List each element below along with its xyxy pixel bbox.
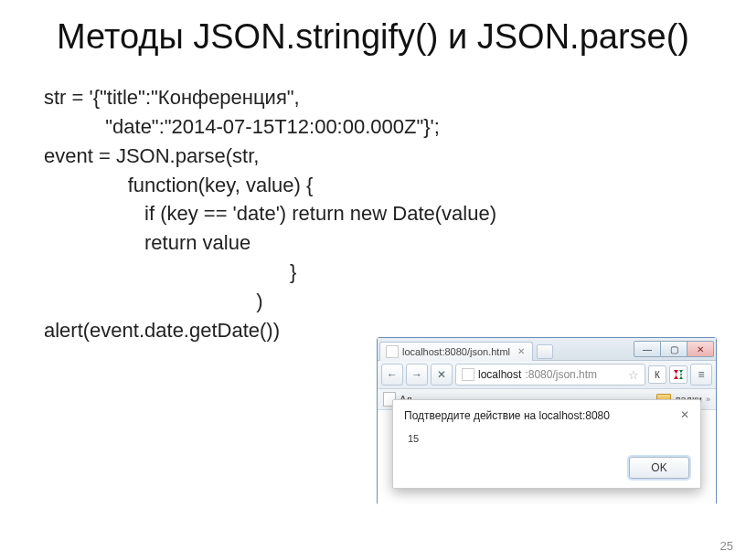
tab-label: localhost:8080/json.html xyxy=(402,346,510,357)
back-button[interactable]: ← xyxy=(381,364,403,386)
page-viewport: Подтвердите действие на localhost:8080 ✕… xyxy=(378,410,716,507)
extension-icon[interactable]: К xyxy=(648,365,666,384)
new-tab-button[interactable] xyxy=(537,344,553,359)
code-line: function(key, value) { xyxy=(44,171,702,200)
code-line: event = JSON.parse(str, xyxy=(44,142,702,171)
page-icon xyxy=(462,368,474,381)
window-controls: — ▢ ✕ xyxy=(634,341,714,357)
menu-button[interactable]: ≡ xyxy=(690,364,712,386)
navbar: ← → ✕ localhost:8080/json.htm ☆ К ≡ xyxy=(378,361,716,389)
reload-button[interactable]: ✕ xyxy=(431,364,453,386)
bookmark-star-icon[interactable]: ☆ xyxy=(628,368,639,382)
code-line: ) xyxy=(44,287,702,316)
tab-close-icon[interactable]: ✕ xyxy=(517,346,525,356)
browser-tab[interactable]: localhost:8080/json.html ✕ xyxy=(379,342,533,361)
alert-close-icon[interactable]: ✕ xyxy=(680,409,689,420)
alert-ok-button[interactable]: OK xyxy=(629,457,689,479)
alert-dialog: Подтвердите действие на localhost:8080 ✕… xyxy=(392,399,701,489)
alert-message: 15 xyxy=(404,433,689,457)
slide-title: Методы JSON.stringify() и JSON.parse() xyxy=(44,16,702,58)
minimize-button[interactable]: — xyxy=(634,341,661,357)
close-window-button[interactable]: ✕ xyxy=(687,341,714,357)
maximize-button[interactable]: ▢ xyxy=(661,341,687,357)
alert-title: Подтвердите действие на localhost:8080 xyxy=(404,409,610,422)
url-path: :8080/json.htm xyxy=(525,368,597,381)
kaspersky-icon[interactable] xyxy=(669,365,687,384)
slide-number: 25 xyxy=(720,539,733,553)
code-block: str = '{"title":"Конференция", "date":"2… xyxy=(44,83,702,345)
page-favicon xyxy=(386,345,399,358)
url-host: localhost xyxy=(478,368,521,381)
code-line: return value xyxy=(44,228,702,258)
code-line: } xyxy=(44,258,702,287)
code-line: if (key == 'date') return new Date(value… xyxy=(44,199,702,228)
chevron-right-icon[interactable]: » xyxy=(706,395,710,404)
code-line: str = '{"title":"Конференция", xyxy=(44,83,702,112)
browser-window: localhost:8080/json.html ✕ — ▢ ✕ ← → ✕ l… xyxy=(377,337,717,505)
code-line: "date":"2014-07-15T12:00:00.000Z"}'; xyxy=(44,112,702,142)
titlebar: localhost:8080/json.html ✕ — ▢ ✕ xyxy=(378,338,716,361)
url-bar[interactable]: localhost:8080/json.htm ☆ xyxy=(455,364,645,386)
forward-button[interactable]: → xyxy=(406,364,428,386)
